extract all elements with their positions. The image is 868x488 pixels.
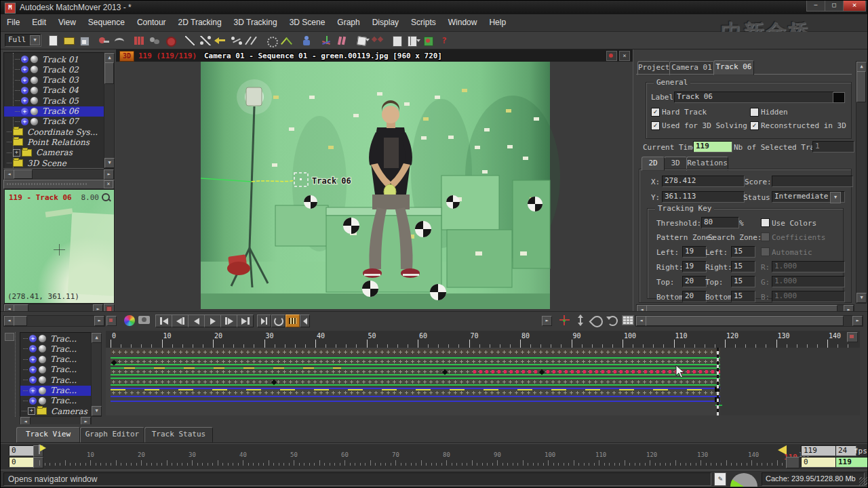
collapse-transport-icon[interactable] — [300, 314, 310, 327]
timeline-tree-item-7[interactable]: +Trac... — [20, 396, 92, 406]
y-field[interactable]: 361.113 — [662, 191, 745, 203]
close-button[interactable]: × — [843, 1, 866, 12]
track-enable-icon[interactable]: + — [21, 56, 28, 63]
realtime-playback-icon[interactable] — [271, 314, 285, 327]
sequence-icon[interactable] — [132, 35, 146, 47]
track-bar[interactable] — [111, 349, 720, 355]
out-point-handle[interactable] — [786, 457, 800, 468]
timeline-tree-item-3[interactable]: +Trac... — [20, 354, 92, 365]
search-right-field[interactable]: 15 — [731, 261, 755, 272]
pan-view-icon[interactable] — [574, 314, 587, 326]
track-enable-icon[interactable]: + — [21, 87, 28, 94]
track-enable-icon[interactable]: + — [29, 335, 37, 342]
search-left-field[interactable]: 15 — [731, 246, 755, 258]
grid-toggle-icon[interactable] — [622, 315, 634, 325]
range-ruler[interactable]: 102030405060708090100110120130140150 — [39, 444, 809, 470]
key-tool-icon[interactable] — [97, 35, 111, 47]
transport-left-scrollbar[interactable]: ◄ ► — [3, 315, 105, 327]
track-bidirectional-icon[interactable] — [230, 35, 244, 47]
track-point-icon[interactable] — [199, 35, 213, 47]
tab-2d[interactable]: 2D — [642, 157, 665, 171]
tree-folder-cameras[interactable]: +Cameras — [4, 148, 104, 158]
menu-graph[interactable]: Graph — [331, 14, 366, 30]
timeline-tree-item-4[interactable]: +Trac... — [20, 365, 92, 375]
tree-folder-coordinate-sys-[interactable]: Coordinate Sys... — [4, 127, 104, 137]
pattern-left-field[interactable]: 19 — [682, 246, 707, 258]
track-bar-thin[interactable] — [111, 401, 720, 402]
layout-single-icon[interactable] — [391, 35, 405, 47]
track-enable-icon[interactable]: + — [21, 118, 28, 125]
timeline-tree-item-2[interactable]: +Trac... — [20, 344, 92, 354]
go-to-end-button[interactable] — [237, 314, 254, 327]
search-top-field[interactable]: 15 — [731, 276, 755, 287]
menu-file[interactable]: File — [1, 14, 26, 30]
threshold-field[interactable]: 80 — [701, 217, 739, 228]
scroll-up-icon[interactable]: ▲ — [92, 333, 102, 343]
timeline-snapshot-icon[interactable] — [847, 332, 858, 342]
pattern-bottom-field[interactable]: 20 — [682, 291, 707, 302]
go-to-start-button[interactable] — [155, 314, 172, 327]
play-forward-button[interactable] — [204, 314, 221, 327]
pattern-top-field[interactable]: 20 — [682, 276, 707, 287]
snapshot-icon[interactable] — [422, 35, 436, 47]
open-project-icon[interactable] — [62, 35, 76, 47]
track-tree-hscrollbar[interactable]: ◄ ► — [3, 169, 115, 180]
menu-window[interactable]: Window — [442, 14, 484, 30]
in-value-field[interactable]: 0 — [801, 457, 838, 468]
tree-item-track-01[interactable]: +Track 01 — [4, 54, 104, 64]
menu-help[interactable]: Help — [483, 14, 512, 30]
menu-contour[interactable]: Contour — [131, 14, 172, 30]
scroll-thumb[interactable] — [646, 316, 844, 326]
tab-track-view[interactable]: Track View — [16, 427, 80, 443]
menu-display[interactable]: Display — [366, 14, 405, 30]
constraint-icon[interactable] — [265, 35, 279, 47]
transport-right-scrollbar[interactable]: ◄ ► — [635, 315, 863, 327]
tab-track-06[interactable]: Track 06 — [713, 60, 754, 75]
markers-disabled-icon[interactable] — [371, 35, 385, 47]
step-back-button[interactable] — [172, 314, 189, 327]
track-enable-icon[interactable]: + — [29, 387, 37, 394]
tree-expander-icon[interactable]: + — [13, 149, 20, 157]
timeline-tree-item-6[interactable]: +Trac... — [20, 386, 92, 396]
scroll-thumb[interactable] — [104, 62, 114, 84]
track-enable-icon[interactable]: + — [29, 345, 37, 352]
menu-3d-tracking[interactable]: 3D Tracking — [228, 14, 283, 30]
out-value-field[interactable]: 119 — [835, 457, 868, 468]
timeline-tree-folder-cameras[interactable]: +Cameras — [20, 406, 92, 416]
triad-axis-icon[interactable] — [320, 35, 334, 47]
view-mode-badge[interactable]: 3D — [119, 51, 134, 62]
track-bar[interactable] — [111, 378, 720, 386]
track-color-swatch[interactable] — [833, 92, 845, 103]
maximize-button[interactable]: □ — [825, 1, 844, 12]
layout-split-icon[interactable] — [406, 35, 420, 47]
scroll-left-icon[interactable]: ◄ — [4, 169, 14, 180]
character-icon[interactable] — [300, 35, 315, 47]
timeline-tree-item-1[interactable]: +Trac... — [20, 333, 92, 344]
rotate-view-icon[interactable] — [606, 314, 618, 326]
label-field[interactable]: Track 06 — [674, 92, 834, 103]
snapshot-small-icon[interactable] — [106, 316, 117, 326]
tree-item-track-02[interactable]: +Track 02 — [4, 64, 104, 75]
scroll-right-icon[interactable]: ► — [94, 316, 104, 326]
track-enable-icon[interactable]: + — [29, 366, 37, 373]
menu-3d-scene[interactable]: 3D Scene — [283, 14, 332, 30]
tab-track-status[interactable]: Track Status — [144, 427, 213, 443]
scroll-up-icon[interactable]: ▲ — [104, 53, 115, 63]
view-mode-dropdown-icon[interactable]: ▼ — [30, 35, 40, 45]
track-line-icon[interactable] — [183, 35, 197, 47]
track-bar[interactable] — [111, 357, 720, 365]
range-end-field[interactable]: 119 — [801, 445, 838, 456]
menu-view[interactable]: View — [52, 14, 82, 30]
export-strips-icon[interactable] — [336, 35, 350, 47]
reconstructed-in-3d-checkbox[interactable]: ✓ — [750, 121, 759, 130]
scroll-up-icon[interactable]: ▲ — [856, 62, 867, 72]
status-dropdown-icon[interactable]: ▼ — [830, 192, 841, 203]
preview-pane-header[interactable]: × — [3, 180, 115, 189]
track-enable-icon[interactable]: + — [21, 97, 28, 104]
orbit-view-icon[interactable] — [590, 314, 603, 326]
resize-grip[interactable] — [859, 477, 867, 485]
minimize-button[interactable]: ─ — [806, 1, 825, 12]
track-enable-icon[interactable]: + — [21, 108, 28, 115]
pane-close-icon[interactable]: × — [104, 180, 113, 188]
track-enable-icon[interactable]: + — [29, 397, 37, 405]
